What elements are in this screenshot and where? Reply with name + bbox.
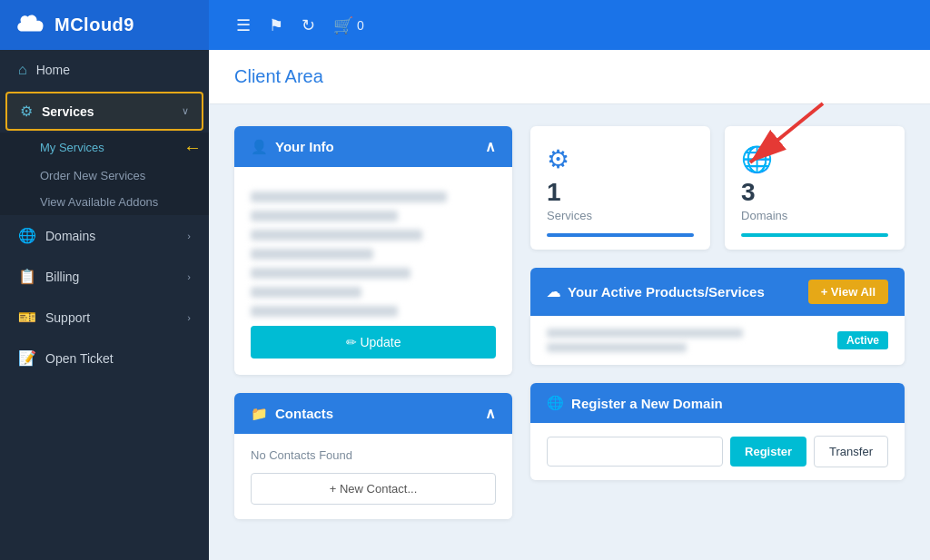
- product-info: [547, 329, 826, 352]
- active-products-card: ☁ Your Active Products/Services + View A…: [530, 268, 905, 365]
- contacts-collapse-btn[interactable]: ∧: [485, 405, 496, 422]
- services-chevron-icon: ∨: [182, 105, 189, 117]
- domain-register-icon: 🌐: [547, 395, 564, 411]
- contacts-card: 📁 Contacts ∧ No Contacts Found + New Con…: [234, 393, 512, 519]
- sidebar-item-billing[interactable]: 📋 Billing ›: [0, 256, 209, 297]
- your-info-header-left: 👤 Your Info: [251, 139, 334, 155]
- active-products-title: Your Active Products/Services: [568, 284, 765, 300]
- yellow-arrow-annotation: ←: [183, 137, 202, 158]
- support-chevron-icon: ›: [187, 312, 191, 323]
- logo-area: MCloud9: [0, 0, 209, 50]
- new-contact-button[interactable]: + New Contact...: [251, 473, 496, 505]
- your-info-collapse-btn[interactable]: ∧: [485, 138, 496, 155]
- sidebar: ⌂ Home ⚙ Services ∨ My Services ← Order …: [0, 50, 209, 560]
- contacts-header: 📁 Contacts ∧: [234, 393, 512, 434]
- domains-progress-bar: [741, 233, 888, 237]
- nav-icons: ☰ ⚑ ↻ 🛒 0: [236, 15, 364, 35]
- content-body: 👤 Your Info ∧ ✏ Update: [209, 104, 930, 560]
- sidebar-item-order-new[interactable]: Order New Services: [0, 162, 209, 189]
- update-button[interactable]: ✏ Update: [251, 326, 496, 359]
- stats-section: ⚙ 1 Services 🌐 3 Domains: [530, 126, 905, 250]
- billing-chevron-icon: ›: [187, 271, 191, 282]
- product-line-2: [547, 343, 687, 352]
- sidebar-services-label: Services: [42, 104, 173, 119]
- sidebar-home-label: Home: [36, 63, 191, 77]
- domains-chevron-icon: ›: [187, 231, 191, 241]
- home-icon: ⌂: [18, 62, 27, 78]
- your-info-header: 👤 Your Info ∧: [234, 126, 512, 167]
- sidebar-item-my-services[interactable]: My Services ←: [0, 133, 209, 162]
- contacts-title: Contacts: [275, 406, 333, 421]
- page-header: Client Area: [209, 50, 930, 104]
- flag-button[interactable]: ⚑: [269, 15, 283, 35]
- view-all-button[interactable]: + View All: [808, 280, 888, 304]
- main-layout: ⌂ Home ⚙ Services ∨ My Services ← Order …: [0, 50, 930, 560]
- folder-icon: 📁: [251, 406, 268, 422]
- billing-icon: 📋: [18, 268, 36, 285]
- your-info-card: 👤 Your Info ∧ ✏ Update: [234, 126, 512, 375]
- services-stat-card: ⚙ 1 Services: [530, 126, 710, 250]
- sidebar-domains-label: Domains: [45, 229, 178, 243]
- register-domain-card: 🌐 Register a New Domain Register Transfe…: [530, 383, 905, 480]
- transfer-domain-button[interactable]: Transfer: [814, 436, 888, 467]
- services-stat-label: Services: [547, 209, 592, 222]
- cart-count: 0: [357, 18, 364, 33]
- user-icon: 👤: [251, 139, 268, 155]
- sidebar-support-label: Support: [45, 310, 178, 325]
- info-line-3: [251, 230, 422, 241]
- info-line-5: [251, 268, 411, 279]
- sidebar-open-ticket-label: Open Ticket: [45, 351, 191, 366]
- register-domain-title: Register a New Domain: [571, 396, 723, 411]
- sidebar-billing-label: Billing: [45, 270, 178, 284]
- stats-row: ⚙ 1 Services 🌐 3 Domains: [530, 126, 905, 250]
- info-line-7: [251, 306, 398, 317]
- info-line-4: [251, 249, 373, 260]
- sidebar-item-open-ticket[interactable]: 📝 Open Ticket: [0, 338, 209, 378]
- active-status-badge: Active: [837, 331, 888, 349]
- your-info-body: ✏ Update: [234, 167, 512, 375]
- sidebar-item-domains[interactable]: 🌐 Domains ›: [0, 215, 209, 256]
- view-addons-label: View Available Addons: [40, 195, 158, 209]
- top-navbar: MCloud9 ☰ ⚑ ↻ 🛒 0: [0, 0, 930, 50]
- your-info-title: Your Info: [275, 139, 334, 154]
- active-products-title-area: ☁ Your Active Products/Services: [547, 284, 765, 300]
- sidebar-item-view-addons[interactable]: View Available Addons: [0, 189, 209, 215]
- domain-search-input[interactable]: [547, 437, 723, 467]
- order-new-label: Order New Services: [40, 169, 145, 182]
- services-count: 1: [547, 180, 561, 205]
- services-gear-icon: ⚙: [20, 103, 33, 120]
- register-domain-button[interactable]: Register: [730, 437, 806, 467]
- contacts-body: No Contacts Found + New Contact...: [234, 434, 512, 519]
- globe-icon: 🌐: [18, 227, 36, 244]
- register-domain-body: Register Transfer: [530, 423, 905, 480]
- page-title: Client Area: [234, 66, 323, 86]
- info-line-6: [251, 287, 361, 298]
- domains-stat-label: Domains: [741, 209, 787, 222]
- active-products-body: Active: [530, 316, 905, 365]
- cart-button[interactable]: 🛒 0: [333, 15, 364, 35]
- info-line-1: [251, 192, 447, 202]
- register-domain-header: 🌐 Register a New Domain: [530, 383, 905, 423]
- info-line-2: [251, 211, 398, 221]
- active-products-icon: ☁: [547, 284, 560, 300]
- services-submenu: My Services ← Order New Services View Av…: [0, 133, 209, 215]
- my-services-label: My Services: [40, 141, 104, 154]
- services-progress-bar: [547, 233, 694, 237]
- left-column: 👤 Your Info ∧ ✏ Update: [234, 126, 512, 540]
- sidebar-item-support[interactable]: 🎫 Support ›: [0, 297, 209, 338]
- cart-icon: 🛒: [333, 15, 353, 35]
- content-area: Client Area 👤 Your Info ∧: [209, 50, 930, 560]
- services-stat-icon: ⚙: [547, 144, 569, 174]
- logo-icon: [15, 15, 47, 36]
- sidebar-item-home[interactable]: ⌂ Home: [0, 50, 209, 90]
- app-name: MCloud9: [54, 15, 134, 35]
- domains-stat-card: 🌐 3 Domains: [725, 126, 905, 250]
- ticket-icon: 📝: [18, 349, 36, 367]
- contacts-header-left: 📁 Contacts: [251, 406, 333, 422]
- refresh-button[interactable]: ↻: [302, 15, 315, 35]
- product-line-1: [547, 329, 743, 338]
- hamburger-menu-button[interactable]: ☰: [236, 15, 251, 35]
- right-column: ⚙ 1 Services 🌐 3 Domains: [530, 126, 905, 540]
- no-contacts-text: No Contacts Found: [251, 448, 496, 462]
- sidebar-item-services[interactable]: ⚙ Services ∨: [5, 92, 203, 131]
